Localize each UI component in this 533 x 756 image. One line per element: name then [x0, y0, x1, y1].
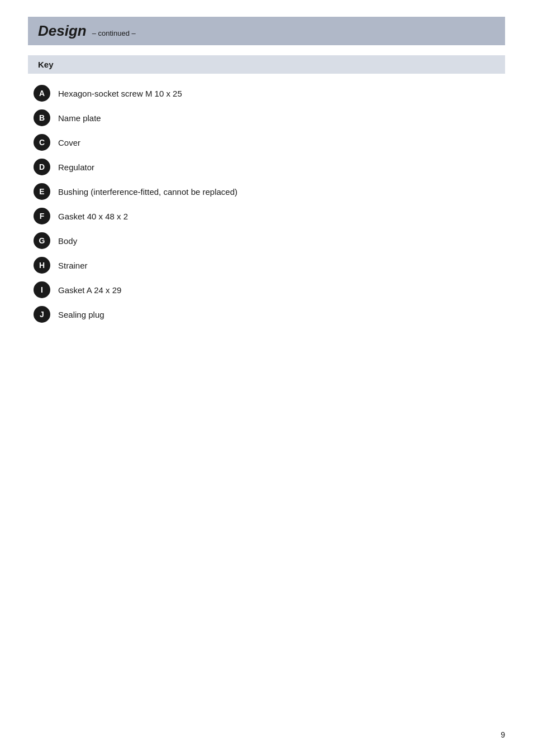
header-bar: Design – continued –	[28, 17, 505, 45]
key-text-b: Name plate	[58, 113, 101, 123]
section-bar: Key	[28, 55, 505, 74]
key-badge-g: G	[34, 232, 50, 249]
key-list: AHexagon-socket screw M 10 x 25BName pla…	[28, 85, 505, 323]
page-container: Design – continued – Key AHexagon-socket…	[0, 0, 533, 364]
key-text-g: Body	[58, 236, 77, 246]
key-text-e: Bushing (interference-fitted, cannot be …	[58, 187, 237, 197]
list-item: AHexagon-socket screw M 10 x 25	[34, 85, 499, 102]
key-text-h: Strainer	[58, 261, 88, 270]
list-item: IGasket A 24 x 29	[34, 281, 499, 298]
key-text-c: Cover	[58, 138, 80, 147]
key-badge-f: F	[34, 208, 50, 224]
key-badge-a: A	[34, 85, 50, 102]
key-badge-d: D	[34, 159, 50, 175]
key-badge-h: H	[34, 257, 50, 274]
list-item: JSealing plug	[34, 306, 499, 323]
list-item: HStrainer	[34, 257, 499, 274]
key-text-i: Gasket A 24 x 29	[58, 285, 121, 295]
list-item: DRegulator	[34, 159, 499, 175]
key-badge-i: I	[34, 281, 50, 298]
list-item: FGasket 40 x 48 x 2	[34, 208, 499, 224]
key-text-f: Gasket 40 x 48 x 2	[58, 212, 128, 221]
key-text-d: Regulator	[58, 162, 94, 172]
key-badge-e: E	[34, 183, 50, 200]
key-badge-b: B	[34, 109, 50, 126]
key-badge-j: J	[34, 306, 50, 323]
key-badge-c: C	[34, 134, 50, 151]
list-item: BName plate	[34, 109, 499, 126]
section-title: Key	[38, 60, 54, 69]
header-subtitle: – continued –	[92, 29, 136, 37]
list-item: CCover	[34, 134, 499, 151]
list-item: EBushing (interference-fitted, cannot be…	[34, 183, 499, 200]
page-number: 9	[501, 730, 505, 739]
header-title: Design	[38, 22, 87, 40]
list-item: GBody	[34, 232, 499, 249]
key-text-a: Hexagon-socket screw M 10 x 25	[58, 89, 182, 98]
key-text-j: Sealing plug	[58, 310, 104, 319]
